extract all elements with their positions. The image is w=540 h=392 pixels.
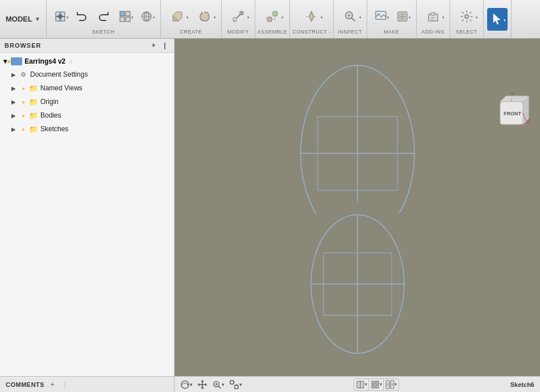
comments-section: COMMENTS + | — [0, 377, 175, 392]
svg-line-25 — [351, 18, 355, 21]
svg-rect-7 — [126, 17, 130, 22]
doc-settings-expand: ▶ — [11, 72, 18, 78]
sketch-label: SKETCH — [92, 29, 115, 36]
create-revolve-btn[interactable]: ▾ — [192, 5, 218, 28]
sketches-vis-icon: ● — [19, 125, 27, 133]
view-cube-btn[interactable]: ▾ — [115, 5, 135, 28]
inspect-label: INSPECT — [338, 29, 362, 36]
model-menu[interactable]: MODEL ▼ — [0, 0, 47, 38]
tree-item-doc-settings[interactable]: ▶ ⚙ Document Settings — [0, 68, 174, 81]
viewport-settings-btn[interactable]: ▾ — [384, 378, 398, 391]
orbit-btn[interactable]: ▾ — [180, 378, 193, 391]
pan-btn[interactable] — [196, 378, 209, 391]
tree-item-named-views[interactable]: ▶ ● 📁 Named Views — [0, 81, 174, 95]
construct-label: CONSTRUCT - — [292, 29, 330, 36]
svg-rect-16 — [233, 18, 236, 21]
insert-canvas-btn[interactable]: ▾ — [371, 5, 391, 28]
3d-shapes — [175, 39, 540, 376]
sketches-expand: ▶ — [11, 126, 18, 132]
front-face-label: FRONT — [504, 111, 521, 116]
display-style-btn[interactable]: ▾ — [354, 378, 369, 391]
modify-label: MODIFY — [227, 29, 249, 36]
bodies-expand: ▶ — [11, 112, 18, 119]
comments-add-btn[interactable]: + — [48, 380, 57, 389]
display-mode-btn[interactable]: ▾ — [136, 5, 157, 28]
grid-display-btn[interactable]: ▾ — [369, 378, 384, 391]
insert-group: ▾ ▾ MAKE — [367, 0, 417, 38]
model-dropdown-arrow: ▼ — [35, 16, 40, 22]
svg-rect-5 — [126, 11, 130, 16]
named-views-vis-icon: ● — [19, 84, 27, 92]
bodies-label: Bodies — [40, 111, 61, 119]
bottom-bar: COMMENTS + | ▾ — [0, 376, 540, 392]
root-vis-icon: ● — [7, 57, 11, 65]
svg-point-38 — [465, 15, 468, 18]
svg-rect-59 — [235, 385, 238, 389]
browser-tree: ▾ ● Earrings4 v2 ○ ▶ ⚙ Document Settings… — [0, 53, 174, 376]
viewport[interactable]: Z X FRONT — [175, 39, 540, 376]
add-ins-label: SELECT — [456, 29, 477, 36]
svg-rect-18 — [273, 11, 277, 16]
tree-item-origin[interactable]: ▶ ● 📁 Origin — [0, 95, 174, 109]
svg-rect-17 — [267, 17, 272, 22]
model-label: MODEL — [6, 15, 32, 23]
construct-btn[interactable]: ▾ — [298, 5, 325, 28]
assemble-group: ▾ ASSEMBLE — [255, 0, 290, 38]
comments-label: COMMENTS — [6, 381, 44, 388]
bodies-folder-icon: 📁 — [30, 111, 38, 119]
origin-label: Origin — [40, 98, 59, 106]
named-views-label: Named Views — [40, 84, 82, 92]
doc-icon — [11, 57, 22, 65]
sketch-name-label: Sketch6 — [510, 381, 534, 388]
tree-root-item[interactable]: ▾ ● Earrings4 v2 ○ — [0, 55, 174, 68]
origin-vis-icon: ● — [19, 98, 27, 106]
construct-group: ▾ CONSTRUCT - — [290, 0, 333, 38]
sketch-create-btn[interactable]: ▾ — [50, 5, 70, 28]
select-btn[interactable]: ▾ — [487, 8, 508, 31]
browser-title: BROWSER — [5, 42, 41, 49]
inspect-btn[interactable]: ▾ — [337, 5, 363, 28]
redo-btn[interactable] — [93, 5, 114, 28]
display-settings-group: ▾ ▾ — [354, 378, 399, 391]
zoom-btn[interactable]: ▾ — [212, 378, 225, 391]
create-extrude-btn[interactable]: ▾ — [164, 5, 190, 28]
sketches-label: Sketches — [40, 125, 68, 133]
create-group: ▾ ▾ CREATE — [161, 0, 222, 38]
modify-group: ▾ MODIFY — [222, 0, 255, 38]
tree-item-bodies[interactable]: ▶ ● 📁 Bodies — [0, 109, 174, 122]
browser-expand-btn[interactable]: + — [149, 41, 158, 50]
undo-btn[interactable] — [72, 5, 92, 28]
add-ins-btn[interactable]: ▾ — [454, 5, 480, 28]
insert-decal-btn[interactable]: ▾ — [392, 5, 413, 28]
viewport-bottom-tools: ▾ ▾ — [175, 378, 540, 391]
svg-rect-6 — [120, 17, 124, 22]
gear-icon: ⚙ — [19, 70, 27, 78]
tree-item-sketches[interactable]: ▶ ● 📁 Sketches — [0, 122, 174, 136]
browser-collapse-btn[interactable]: | — [160, 41, 169, 50]
svg-point-15 — [240, 11, 243, 15]
make-btn[interactable]: ▾ — [420, 5, 446, 28]
bottom-tools-left: ▾ ▾ — [180, 378, 243, 391]
inspect-group: ▾ INSPECT — [334, 0, 367, 38]
bodies-vis-icon: ● — [19, 111, 27, 119]
select-group: ▾ — [484, 0, 512, 38]
svg-rect-4 — [120, 11, 124, 16]
svg-marker-39 — [493, 14, 500, 24]
assemble-btn[interactable]: ▾ — [259, 5, 285, 28]
root-circle-icon: ○ — [69, 58, 73, 65]
sidebar: BROWSER + | ▾ ● Earrings4 v2 ○ ▶ ⚙ Docum… — [0, 39, 175, 376]
modify-btn[interactable]: ▾ — [225, 5, 251, 28]
earring-shapes-svg — [244, 48, 471, 366]
insert-label: MAKE — [384, 29, 400, 36]
sketches-folder-icon: 📁 — [30, 125, 38, 133]
origin-expand: ▶ — [11, 99, 18, 105]
doc-settings-label: Document Settings — [30, 70, 88, 78]
named-views-expand: ▶ — [11, 85, 18, 91]
orientation-cube[interactable]: Z X FRONT — [491, 93, 532, 134]
svg-rect-64 — [372, 381, 375, 384]
create-label: CREATE — [180, 29, 202, 36]
fit-btn[interactable]: ▾ — [228, 378, 243, 391]
svg-rect-58 — [230, 381, 234, 384]
folder-icon: 📁 — [30, 84, 38, 92]
svg-marker-23 — [309, 12, 314, 21]
